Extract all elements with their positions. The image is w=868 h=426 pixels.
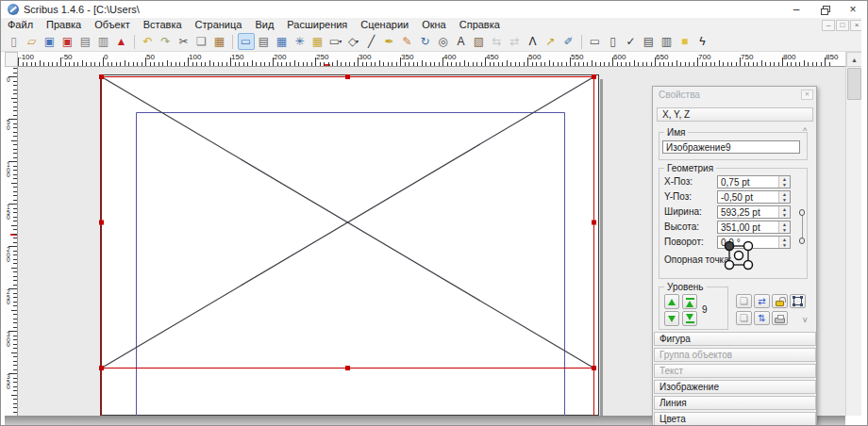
vertical-scrollbar[interactable]: ▲ bbox=[845, 52, 861, 416]
menu-item-7[interactable]: Сценарии bbox=[354, 18, 415, 32]
paste-icon[interactable]: ▦ bbox=[211, 33, 228, 50]
insert-render-frame-icon: ✳ bbox=[294, 36, 304, 47]
print-document-icon[interactable]: ▤ bbox=[77, 33, 94, 50]
story-editor-icon[interactable]: ▧ bbox=[471, 33, 488, 50]
palette-scroll-down-icon[interactable]: v bbox=[803, 315, 808, 324]
insert-image-frame-icon[interactable]: ▦ bbox=[274, 33, 291, 50]
height-value[interactable]: 351,00 pt bbox=[718, 221, 778, 233]
restore-button[interactable] bbox=[810, 1, 839, 18]
lock-object-button[interactable] bbox=[772, 294, 788, 308]
scrollbar-thumb[interactable] bbox=[847, 68, 861, 100]
menu-item-9[interactable]: Справка bbox=[453, 18, 507, 32]
unlink-text-frames-icon[interactable]: ⇄ bbox=[507, 33, 524, 50]
insert-line-icon[interactable]: ╱ bbox=[363, 33, 380, 50]
scroll-up-icon[interactable]: ▲ bbox=[846, 52, 862, 67]
dropdown-arrow-icon[interactable]: ▾ bbox=[356, 39, 359, 44]
menu-item-3[interactable]: Вставка bbox=[137, 18, 189, 32]
new-document-icon[interactable]: ▯ bbox=[6, 33, 23, 50]
basepoint-selector[interactable] bbox=[723, 239, 755, 271]
width-spinbox[interactable]: 593,25 pt▲▼ bbox=[717, 205, 791, 219]
y-pos-spinbox[interactable]: -0,50 pt▲▼ bbox=[717, 190, 791, 204]
menu-item-2[interactable]: Объект bbox=[88, 18, 136, 32]
enable-printing-button[interactable] bbox=[772, 311, 788, 325]
pdf-checkbox-icon[interactable]: ✓ bbox=[623, 33, 640, 50]
edit-contents-icon[interactable]: A bbox=[453, 33, 470, 50]
insert-freehand-icon[interactable]: ✎ bbox=[399, 33, 416, 50]
menu-item-0[interactable]: Файл bbox=[1, 18, 40, 32]
insert-bezier-icon[interactable]: ✒ bbox=[381, 33, 398, 50]
palette-close-icon[interactable]: ✕ bbox=[801, 90, 813, 100]
pdf-combo-box-icon[interactable]: ▤ bbox=[641, 33, 658, 50]
link-text-frames-icon[interactable]: ⇆ bbox=[489, 33, 506, 50]
spin-down-icon[interactable]: ▼ bbox=[779, 182, 790, 188]
ungroup-objects-button[interactable]: ❏ bbox=[736, 311, 752, 325]
cut-icon[interactable]: ✂ bbox=[175, 33, 192, 50]
pdf-list-box-icon[interactable]: ▥ bbox=[659, 33, 676, 50]
spin-down-icon[interactable]: ▼ bbox=[779, 227, 790, 233]
insert-text-frame-icon[interactable]: ▤ bbox=[256, 33, 273, 50]
insert-render-frame-icon[interactable]: ✳ bbox=[292, 33, 309, 50]
width-value[interactable]: 593,25 pt bbox=[718, 206, 778, 218]
vertical-ruler[interactable]: 05 01 0 01 5 02 0 02 5 03 0 03 5 04 0 0 bbox=[5, 67, 18, 416]
flip-vertical-button[interactable]: ⇅ bbox=[754, 311, 770, 325]
section-line[interactable]: Линия bbox=[654, 396, 816, 410]
spinner-buttons: ▲▼ bbox=[778, 191, 790, 203]
palette-titlebar[interactable]: Свойства ✕ bbox=[653, 87, 816, 102]
undo-icon[interactable]: ↶ bbox=[140, 33, 157, 50]
object-name-input[interactable]: Изображение9 bbox=[662, 140, 800, 154]
eye-dropper-icon[interactable]: ✐ bbox=[560, 33, 577, 50]
group-objects-button[interactable]: ❏ bbox=[736, 294, 752, 308]
export-pdf-icon[interactable]: ▲ bbox=[113, 33, 130, 50]
redo-icon[interactable]: ↷ bbox=[158, 33, 175, 50]
dropdown-arrow-icon[interactable]: ▾ bbox=[339, 39, 342, 44]
zoom-icon[interactable]: ◎ bbox=[435, 33, 452, 50]
y-pos-value[interactable]: -0,50 pt bbox=[718, 191, 778, 203]
spin-down-icon[interactable]: ▼ bbox=[779, 242, 790, 248]
menu-item-6[interactable]: Расширения bbox=[280, 18, 354, 32]
section-image[interactable]: Изображение bbox=[654, 380, 816, 394]
insert-table-icon[interactable]: ▦ bbox=[309, 33, 326, 50]
mdi-minimize-button[interactable]: – bbox=[822, 20, 835, 31]
ruler-tick bbox=[13, 322, 17, 323]
horizontal-ruler[interactable]: -100-50050100150200250300350400450500550… bbox=[18, 52, 845, 67]
preflight-verifier-icon[interactable]: ▥ bbox=[95, 33, 112, 50]
select-item-icon[interactable]: ▭ bbox=[238, 33, 255, 50]
insert-polygon-icon[interactable]: ◇▾ bbox=[345, 33, 362, 50]
lower-object-button[interactable] bbox=[664, 311, 679, 326]
pdf-annotation-icon[interactable]: ■ bbox=[676, 33, 693, 50]
x-pos-spinbox[interactable]: 0,75 pt▲▼ bbox=[717, 175, 791, 188]
x-pos-value[interactable]: 0,75 pt bbox=[718, 176, 778, 188]
section-shape[interactable]: Фигура bbox=[654, 332, 816, 346]
lower-to-bottom-button[interactable] bbox=[682, 311, 697, 326]
ruler-tick bbox=[13, 144, 17, 145]
menu-item-1[interactable]: Правка bbox=[40, 18, 88, 32]
open-document-icon[interactable]: ▱ bbox=[24, 33, 41, 50]
mdi-restore-button[interactable]: □ bbox=[836, 20, 849, 31]
ruler-label: 350 bbox=[401, 53, 413, 61]
lock-size-button[interactable] bbox=[790, 294, 806, 308]
raise-to-top-button[interactable] bbox=[682, 294, 697, 309]
menu-item-5[interactable]: Вид bbox=[248, 18, 280, 32]
pdf-text-field-icon[interactable]: ▯ bbox=[605, 33, 622, 50]
rotate-item-icon[interactable]: ↻ bbox=[417, 33, 434, 50]
tab-xyz[interactable]: X, Y, Z bbox=[657, 107, 813, 122]
pdf-push-button-icon[interactable]: ▭ bbox=[587, 33, 604, 50]
minimize-button[interactable]: – bbox=[782, 1, 810, 18]
section-colors[interactable]: Цвета bbox=[654, 412, 816, 426]
spin-down-icon[interactable]: ▼ bbox=[779, 212, 790, 218]
measurements-icon[interactable]: Λ bbox=[525, 33, 542, 50]
raise-object-button[interactable] bbox=[664, 294, 679, 309]
height-spinbox[interactable]: 351,00 pt▲▼ bbox=[717, 221, 791, 234]
ruler-tick bbox=[388, 62, 389, 66]
save-document-icon[interactable]: ▣ bbox=[42, 33, 58, 50]
flip-horizontal-button[interactable]: ⇄ bbox=[754, 294, 770, 308]
copy-item-properties-icon[interactable]: ↗ bbox=[542, 33, 559, 50]
link-width-height-icon[interactable] bbox=[798, 209, 808, 247]
spin-down-icon[interactable]: ▼ bbox=[779, 197, 790, 203]
menu-item-4[interactable]: Страница bbox=[189, 18, 249, 32]
pdf-link-icon[interactable]: ϟ bbox=[694, 33, 711, 50]
menu-item-8[interactable]: Окна bbox=[415, 18, 453, 32]
copy-icon[interactable]: ❏ bbox=[193, 33, 210, 50]
close-document-icon[interactable]: ▣ bbox=[59, 33, 76, 50]
insert-shape-icon[interactable]: ▭▾ bbox=[327, 33, 344, 50]
